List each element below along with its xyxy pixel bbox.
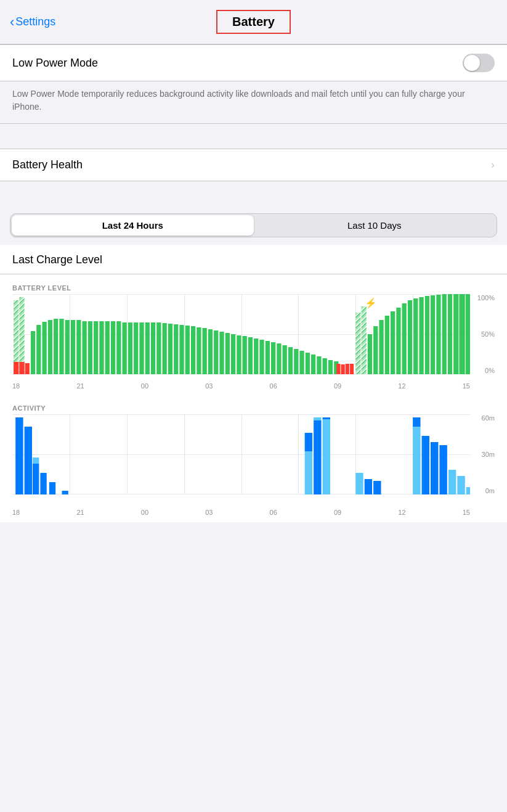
svg-rect-77 xyxy=(425,296,429,374)
svg-rect-92 xyxy=(305,451,312,494)
page-title: Battery xyxy=(232,15,275,28)
svg-rect-90 xyxy=(49,482,55,494)
svg-rect-63 xyxy=(346,364,349,374)
svg-rect-6 xyxy=(25,363,30,374)
low-power-mode-row[interactable]: Low Power Mode xyxy=(0,45,507,81)
svg-rect-85 xyxy=(15,417,23,494)
svg-rect-20 xyxy=(105,321,110,374)
battery-x-18: 18 xyxy=(12,382,20,390)
svg-rect-84 xyxy=(466,294,470,374)
svg-rect-104 xyxy=(431,442,438,494)
battery-health-label: Battery Health xyxy=(12,158,83,171)
back-label: Settings xyxy=(15,15,55,28)
svg-rect-10 xyxy=(48,320,52,374)
battery-level-label: BATTERY LEVEL xyxy=(0,279,507,294)
svg-rect-106 xyxy=(448,470,456,494)
svg-rect-32 xyxy=(174,324,178,374)
svg-rect-18 xyxy=(94,321,98,374)
svg-rect-96 xyxy=(323,419,330,494)
svg-rect-23 xyxy=(123,322,127,374)
activity-label: ACTIVITY xyxy=(0,400,507,414)
header: ‹ Settings Battery xyxy=(0,0,507,44)
svg-rect-56 xyxy=(311,355,315,374)
svg-rect-105 xyxy=(439,445,447,494)
activity-x-00: 00 xyxy=(141,509,148,516)
spacer-1 xyxy=(0,124,507,136)
svg-rect-29 xyxy=(156,322,161,374)
low-power-mode-section: Low Power Mode xyxy=(0,44,507,81)
svg-rect-102 xyxy=(413,417,420,427)
svg-rect-39 xyxy=(214,330,218,374)
svg-rect-53 xyxy=(294,349,298,374)
battery-y-0: 0% xyxy=(485,367,495,374)
svg-rect-25 xyxy=(134,322,138,374)
svg-rect-37 xyxy=(203,328,207,374)
svg-rect-54 xyxy=(299,351,304,374)
low-power-mode-label: Low Power Mode xyxy=(12,57,98,70)
svg-rect-66 xyxy=(362,306,367,374)
svg-rect-67 xyxy=(368,334,372,374)
battery-x-00: 00 xyxy=(141,382,148,390)
svg-rect-83 xyxy=(459,294,464,374)
svg-rect-30 xyxy=(163,323,167,374)
svg-rect-48 xyxy=(266,341,270,374)
battery-x-06: 06 xyxy=(270,382,277,390)
battery-x-15: 15 xyxy=(463,382,470,390)
svg-rect-49 xyxy=(271,342,275,374)
battery-level-bars xyxy=(12,294,470,374)
battery-x-21: 21 xyxy=(76,382,84,390)
svg-rect-44 xyxy=(243,336,247,374)
svg-rect-27 xyxy=(145,322,150,374)
svg-rect-78 xyxy=(431,295,435,374)
svg-rect-31 xyxy=(168,324,172,374)
segment-last-10d[interactable]: Last 10 Days xyxy=(254,215,496,236)
svg-rect-62 xyxy=(341,364,345,374)
segment-container: Last 24 Hours Last 10 Days xyxy=(0,206,507,245)
svg-rect-26 xyxy=(139,322,144,374)
svg-rect-4 xyxy=(14,362,18,374)
svg-rect-21 xyxy=(111,321,115,374)
segment-last-24h[interactable]: Last 24 Hours xyxy=(12,215,254,236)
svg-rect-93 xyxy=(305,433,312,451)
svg-rect-7 xyxy=(31,331,35,374)
title-box: Battery xyxy=(216,10,291,34)
battery-y-labels: 100% 50% 0% xyxy=(471,294,495,374)
svg-rect-91 xyxy=(62,491,68,494)
battery-y-100: 100% xyxy=(477,294,495,301)
battery-x-09: 09 xyxy=(334,382,341,390)
svg-rect-79 xyxy=(436,295,440,374)
svg-rect-72 xyxy=(396,308,400,374)
svg-rect-35 xyxy=(191,326,195,374)
svg-rect-98 xyxy=(355,473,363,494)
svg-rect-9 xyxy=(43,322,47,374)
svg-rect-76 xyxy=(419,297,423,374)
svg-rect-75 xyxy=(413,298,418,374)
activity-y-0m: 0m xyxy=(485,487,495,494)
svg-rect-57 xyxy=(317,356,321,374)
svg-rect-15 xyxy=(76,320,81,374)
battery-health-row[interactable]: Battery Health › xyxy=(0,149,507,181)
battery-health-chevron-icon: › xyxy=(491,158,495,171)
low-power-mode-description: Low Power Mode temporarily reduces backg… xyxy=(0,81,507,124)
chart-divider-1 xyxy=(0,274,507,274)
svg-rect-19 xyxy=(99,321,103,374)
svg-rect-61 xyxy=(336,364,340,374)
svg-rect-17 xyxy=(88,321,92,374)
charts-area: Last Charge Level BATTERY LEVEL xyxy=(0,245,507,522)
back-button[interactable]: ‹ Settings xyxy=(10,14,55,30)
svg-rect-47 xyxy=(259,340,264,374)
svg-rect-59 xyxy=(328,360,333,374)
svg-rect-8 xyxy=(36,325,41,374)
activity-bars xyxy=(12,414,470,494)
activity-chart-wrapper: 60m 30m 0m 18 21 00 03 06 09 12 15 xyxy=(0,414,507,516)
svg-rect-99 xyxy=(365,479,372,494)
svg-rect-34 xyxy=(185,326,190,374)
svg-rect-101 xyxy=(413,427,420,494)
activity-y-30m: 30m xyxy=(482,451,495,458)
svg-rect-45 xyxy=(248,337,253,374)
chart-gap xyxy=(0,390,507,400)
spacer-2 xyxy=(0,181,507,194)
svg-rect-58 xyxy=(323,358,327,374)
low-power-mode-toggle[interactable] xyxy=(463,54,495,72)
svg-rect-55 xyxy=(306,353,310,374)
